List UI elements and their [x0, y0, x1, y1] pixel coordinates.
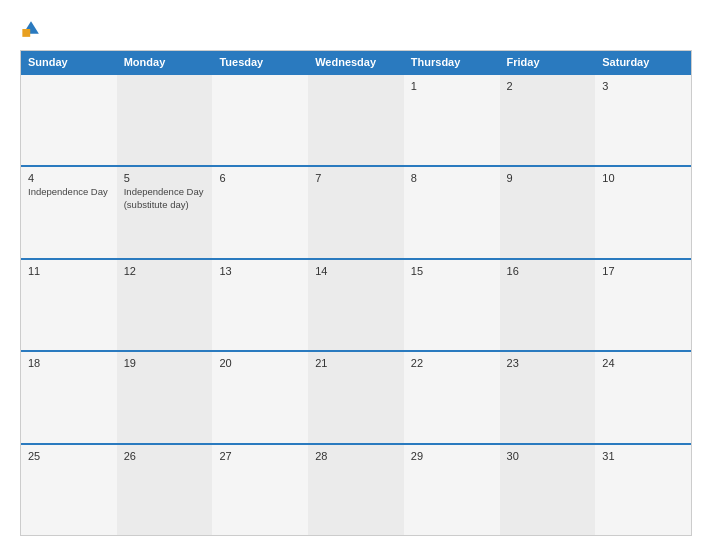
- calendar-week-2: 4Independence Day5Independence Day (subs…: [21, 165, 691, 257]
- calendar-cell-1: 1: [404, 75, 500, 165]
- logo-icon: [20, 18, 42, 40]
- calendar-cell-empty: [21, 75, 117, 165]
- day-number: 16: [507, 265, 589, 277]
- day-number: 18: [28, 357, 110, 369]
- day-header-sunday: Sunday: [21, 51, 117, 73]
- day-number: 1: [411, 80, 493, 92]
- day-header-saturday: Saturday: [595, 51, 691, 73]
- calendar-cell-12: 12: [117, 260, 213, 350]
- calendar-cell-9: 9: [500, 167, 596, 257]
- calendar-cell-29: 29: [404, 445, 500, 535]
- calendar-cell-16: 16: [500, 260, 596, 350]
- day-number: 7: [315, 172, 397, 184]
- calendar-cell-5: 5Independence Day (substitute day): [117, 167, 213, 257]
- calendar-event: Independence Day (substitute day): [124, 186, 206, 211]
- logo: [20, 18, 45, 40]
- calendar-header-row: SundayMondayTuesdayWednesdayThursdayFrid…: [21, 51, 691, 73]
- calendar-cell-10: 10: [595, 167, 691, 257]
- calendar-cell-22: 22: [404, 352, 500, 442]
- day-number: 23: [507, 357, 589, 369]
- calendar-cell-8: 8: [404, 167, 500, 257]
- calendar-cell-19: 19: [117, 352, 213, 442]
- day-number: 6: [219, 172, 301, 184]
- calendar-week-4: 18192021222324: [21, 350, 691, 442]
- day-number: 24: [602, 357, 684, 369]
- day-number: 3: [602, 80, 684, 92]
- calendar-cell-4: 4Independence Day: [21, 167, 117, 257]
- day-number: 19: [124, 357, 206, 369]
- day-number: 11: [28, 265, 110, 277]
- calendar-cell-7: 7: [308, 167, 404, 257]
- day-number: 4: [28, 172, 110, 184]
- calendar-header: [20, 18, 692, 40]
- calendar-cell-empty: [308, 75, 404, 165]
- day-number: 17: [602, 265, 684, 277]
- day-number: 14: [315, 265, 397, 277]
- day-number: 13: [219, 265, 301, 277]
- calendar-cell-23: 23: [500, 352, 596, 442]
- svg-rect-2: [22, 29, 30, 37]
- day-number: 8: [411, 172, 493, 184]
- calendar-cell-18: 18: [21, 352, 117, 442]
- day-header-friday: Friday: [500, 51, 596, 73]
- calendar-cell-6: 6: [212, 167, 308, 257]
- calendar-cell-27: 27: [212, 445, 308, 535]
- day-number: 27: [219, 450, 301, 462]
- calendar-cell-11: 11: [21, 260, 117, 350]
- day-number: 30: [507, 450, 589, 462]
- calendar-cell-30: 30: [500, 445, 596, 535]
- day-header-tuesday: Tuesday: [212, 51, 308, 73]
- calendar-cell-empty: [212, 75, 308, 165]
- day-number: 28: [315, 450, 397, 462]
- calendar-cell-empty: [117, 75, 213, 165]
- calendar-cell-25: 25: [21, 445, 117, 535]
- calendar-cell-26: 26: [117, 445, 213, 535]
- day-number: 2: [507, 80, 589, 92]
- day-number: 12: [124, 265, 206, 277]
- day-header-wednesday: Wednesday: [308, 51, 404, 73]
- day-number: 21: [315, 357, 397, 369]
- calendar-week-3: 11121314151617: [21, 258, 691, 350]
- calendar-week-1: 123: [21, 73, 691, 165]
- calendar-cell-31: 31: [595, 445, 691, 535]
- calendar-cell-3: 3: [595, 75, 691, 165]
- calendar: SundayMondayTuesdayWednesdayThursdayFrid…: [20, 50, 692, 536]
- day-header-monday: Monday: [117, 51, 213, 73]
- day-number: 10: [602, 172, 684, 184]
- day-number: 15: [411, 265, 493, 277]
- calendar-event: Independence Day: [28, 186, 110, 198]
- calendar-cell-21: 21: [308, 352, 404, 442]
- calendar-cell-14: 14: [308, 260, 404, 350]
- day-number: 20: [219, 357, 301, 369]
- day-number: 9: [507, 172, 589, 184]
- calendar-cell-20: 20: [212, 352, 308, 442]
- day-header-thursday: Thursday: [404, 51, 500, 73]
- calendar-cell-15: 15: [404, 260, 500, 350]
- calendar-cell-17: 17: [595, 260, 691, 350]
- day-number: 26: [124, 450, 206, 462]
- calendar-week-5: 25262728293031: [21, 443, 691, 535]
- calendar-cell-13: 13: [212, 260, 308, 350]
- day-number: 5: [124, 172, 206, 184]
- page: SundayMondayTuesdayWednesdayThursdayFrid…: [0, 0, 712, 550]
- calendar-cell-24: 24: [595, 352, 691, 442]
- day-number: 25: [28, 450, 110, 462]
- calendar-cell-2: 2: [500, 75, 596, 165]
- day-number: 22: [411, 357, 493, 369]
- calendar-body: 1234Independence Day5Independence Day (s…: [21, 73, 691, 535]
- day-number: 29: [411, 450, 493, 462]
- calendar-cell-28: 28: [308, 445, 404, 535]
- day-number: 31: [602, 450, 684, 462]
